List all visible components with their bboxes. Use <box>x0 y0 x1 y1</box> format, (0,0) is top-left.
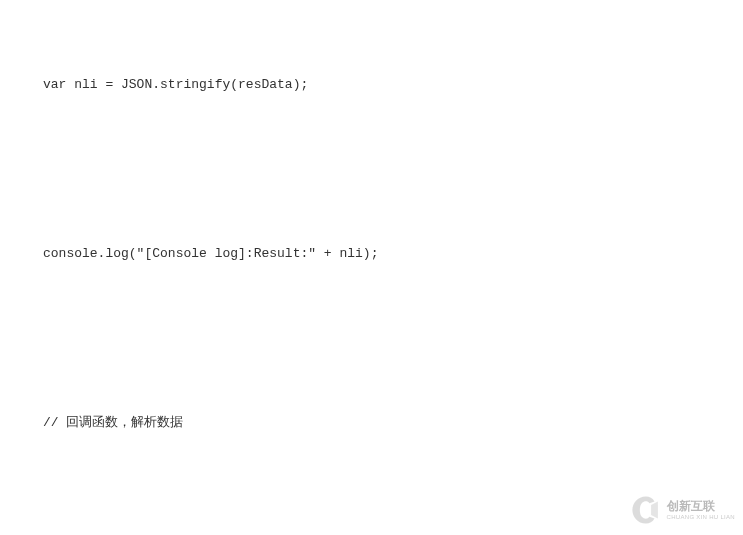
watermark: 创新互联 CHUANG XIN HU LIAN <box>629 493 735 527</box>
watermark-text: 创新互联 CHUANG XIN HU LIAN <box>667 499 735 521</box>
code-line: console.log("[Console log]:Result:" + nl… <box>4 237 743 271</box>
watermark-logo-icon <box>629 493 663 527</box>
code-snippet: var nli = JSON.stringify(resData); conso… <box>4 0 743 535</box>
watermark-en: CHUANG XIN HU LIAN <box>667 514 735 521</box>
watermark-cn: 创新互联 <box>667 499 735 513</box>
code-line: var nli = JSON.stringify(resData); <box>4 68 743 102</box>
code-line: // 回调函数，解析数据 <box>4 406 743 440</box>
